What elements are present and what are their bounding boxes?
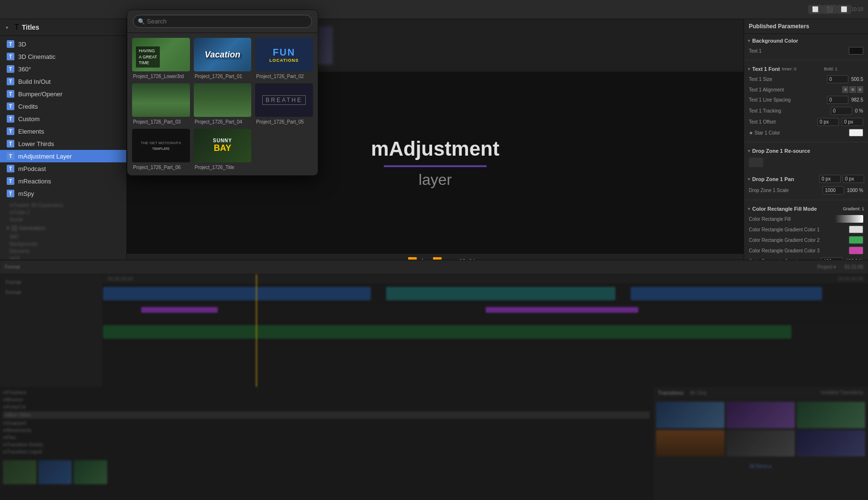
text1-tracking-input[interactable] xyxy=(831,107,852,115)
bg-color-swatch[interactable] xyxy=(849,47,863,55)
sidebar-item-bumper[interactable]: T Bumper/Opener xyxy=(0,88,126,100)
search-wrapper: 🔍 xyxy=(133,19,312,28)
color-rect-header[interactable]: ▾ Color Rectangle Fill Mode Gradient: 1 xyxy=(744,204,868,214)
lower-left: mFireplace mBounce mKeepCut mBlur Video … xyxy=(0,387,653,500)
sidebar-item-label-custom: Custom xyxy=(18,115,40,123)
text1-tracking-value: 0 % xyxy=(855,108,863,114)
text1-bold: Bold: 1 xyxy=(824,67,864,71)
grid-item-part04[interactable]: Project_1726_Part_04 xyxy=(194,83,252,125)
color-rect-title: Color Rectangle Fill Mode xyxy=(752,206,817,212)
align-buttons: ≡ ≡ ≡ xyxy=(842,86,863,93)
align-right[interactable]: ≡ xyxy=(857,86,863,93)
sidebar-item-360[interactable]: T 360° xyxy=(0,63,126,75)
dz1pan-title: Drop Zone 1 Pan xyxy=(752,176,794,182)
dz1-title: Drop Zone 1 Re-source xyxy=(752,148,810,154)
dz1-scale-label: Drop Zone 1 Scale xyxy=(749,188,820,193)
timeline-ruler: 00:00:00:00 00:00:40:00 xyxy=(103,274,868,284)
sidebar-item-build[interactable]: T Build In/Out xyxy=(0,75,126,88)
motionvfx-tag2: TEMPLATE xyxy=(152,147,169,150)
text1-linespacing-input[interactable] xyxy=(827,96,848,104)
grid-label-part05: Project_1726_Part_05 xyxy=(255,119,313,125)
grid-item-part03[interactable]: Project_1726_Part_03 xyxy=(132,83,190,125)
t-icon-mreactions: T xyxy=(7,177,14,185)
sidebar-item-credits[interactable]: T Credits xyxy=(0,100,126,113)
dz1-pan-x[interactable] xyxy=(819,175,841,183)
grid-item-title[interactable]: SUNNY BAY Project_1726_Title xyxy=(194,129,252,170)
fun-text: FUN xyxy=(273,47,295,58)
grid-item-part02[interactable]: FUN LOCATIONS Project_1726_Part_02 xyxy=(255,38,313,80)
grad-color3-swatch[interactable] xyxy=(849,247,863,254)
sidebar-item-mpodcast[interactable]: T mPodcast xyxy=(0,162,126,175)
ruler-time-2: 00:00:40:00 xyxy=(838,276,863,282)
toolbar-button-1[interactable]: ⬜ xyxy=(808,5,823,14)
dz1pan-header[interactable]: ▾ Drop Zone 1 Pan xyxy=(744,173,868,185)
grad-color1-row: Color Rectangle Gradient Color 1 xyxy=(744,224,868,235)
thumb-part06: THE GET MOTIONVFX TEMPLATE xyxy=(132,129,190,162)
trans-5 xyxy=(726,430,795,456)
text1-font-header[interactable]: ▾ Text 1 Font Inner: 0 Bold: 1 xyxy=(744,64,868,74)
blurred-item-7: mO2 xyxy=(0,255,126,260)
text1-size-input[interactable] xyxy=(827,75,848,83)
breathe-text: BREATHE xyxy=(262,95,306,105)
color-rect-gradient[interactable] xyxy=(835,215,863,223)
blurred-item-3: Social xyxy=(0,216,126,223)
text1-align-label: Text 1 Alignment xyxy=(749,87,839,92)
grid-item-lower3rd[interactable]: HAVINGA GREATTIME Project_1726_Lower3rd xyxy=(132,38,190,80)
lower3rd-text: HAVINGA GREATTIME xyxy=(139,48,157,66)
t-icon-build: T xyxy=(7,78,14,85)
sidebar-item-custom[interactable]: T Custom xyxy=(0,113,126,125)
text1-offset-input-x[interactable] xyxy=(817,118,839,126)
sidebar-item-3d[interactable]: T 3D xyxy=(0,38,126,50)
toolbar-button-3[interactable]: ⬜ xyxy=(837,5,851,14)
sidebar-item-madjustment[interactable]: T mAdjustment Layer xyxy=(0,150,126,162)
grad-color1-swatch[interactable] xyxy=(849,226,863,233)
toolbar-button-2[interactable]: ⬛ xyxy=(823,5,837,14)
grad-color2-label: Color Rectangle Gradient Color 2 xyxy=(749,238,846,243)
lib-item-4: mBlur Video xyxy=(3,411,650,419)
color-rect-chevron: ▾ xyxy=(748,206,750,211)
bottom-area: Format Project ▾ 01:21:00 Format Format … xyxy=(0,260,868,500)
expand-arrow[interactable]: ▾ xyxy=(6,25,11,30)
lib-item-2: mBounce xyxy=(3,397,650,402)
dz1-pan-y[interactable] xyxy=(843,175,864,183)
search-input[interactable] xyxy=(133,19,312,28)
bg-color-header[interactable]: ▾ Background Color xyxy=(744,36,868,45)
grid-item-part05[interactable]: BREATHE Project_1726_Part_05 xyxy=(255,83,313,125)
sidebar-item-mreactions[interactable]: T mReactions xyxy=(0,175,126,187)
sidebar-item-mspy[interactable]: T mSpy xyxy=(0,187,126,200)
track-row-3 xyxy=(103,322,868,341)
grid-label-part04: Project_1726_Part_04 xyxy=(194,119,252,125)
sidebar-item-label-build: Build In/Out xyxy=(18,78,51,85)
grad-color2-swatch[interactable] xyxy=(849,236,863,244)
sidebar-item-label-3d: 3D xyxy=(18,41,26,48)
grid-item-part01[interactable]: Vacation Project_1726_Part_01 xyxy=(194,38,252,80)
grid-item-part06[interactable]: THE GET MOTIONVFX TEMPLATE Project_1726_… xyxy=(132,129,190,170)
sidebar-item-label-madjustment: mAdjustment Layer xyxy=(18,153,72,160)
sidebar-item-3d-cinematic[interactable]: T 3D Cinematic xyxy=(0,50,126,63)
trans-1 xyxy=(656,402,724,428)
align-left[interactable]: ≡ xyxy=(842,86,848,93)
browser-search-bar: 🔍 xyxy=(127,19,318,33)
dz1-scale-input[interactable] xyxy=(823,186,844,194)
audio-clip xyxy=(103,325,791,339)
sidebar-item-lower-thirds[interactable]: T Lower Thirds xyxy=(0,137,126,150)
align-center[interactable]: ≡ xyxy=(849,86,856,93)
timeline-left: Format Format xyxy=(0,274,103,387)
color-rect-opacity-row: Color Rectangle Opacity 100.0 % xyxy=(744,256,868,260)
t-icon-3d-cinematic: T xyxy=(7,53,14,60)
thumb-lower3rd: HAVINGA GREATTIME xyxy=(132,38,190,71)
preview-main-text: mAdjustment xyxy=(371,137,499,161)
timeline-timecode: 01:21:00 xyxy=(845,264,863,270)
star1-color-swatch[interactable] xyxy=(849,129,863,136)
dropzone1-header[interactable]: ▾ Drop Zone 1 Re-source xyxy=(744,146,868,156)
text1-offset-input-y[interactable] xyxy=(842,118,863,126)
show-all-text[interactable]: All Items ▸ xyxy=(749,464,771,469)
lib-item-7: mFlex xyxy=(3,435,650,440)
bg-section-title: Background Color xyxy=(752,38,798,44)
show-all-link[interactable]: All Items ▸ xyxy=(653,459,868,472)
sidebar-item-elements[interactable]: T Elements xyxy=(0,125,126,137)
t-icon-custom: T xyxy=(7,115,14,123)
t-icon-lower-thirds: T xyxy=(7,140,14,148)
thumb-part03 xyxy=(132,83,190,117)
blurred-item-5: Backgrounds xyxy=(0,240,126,248)
